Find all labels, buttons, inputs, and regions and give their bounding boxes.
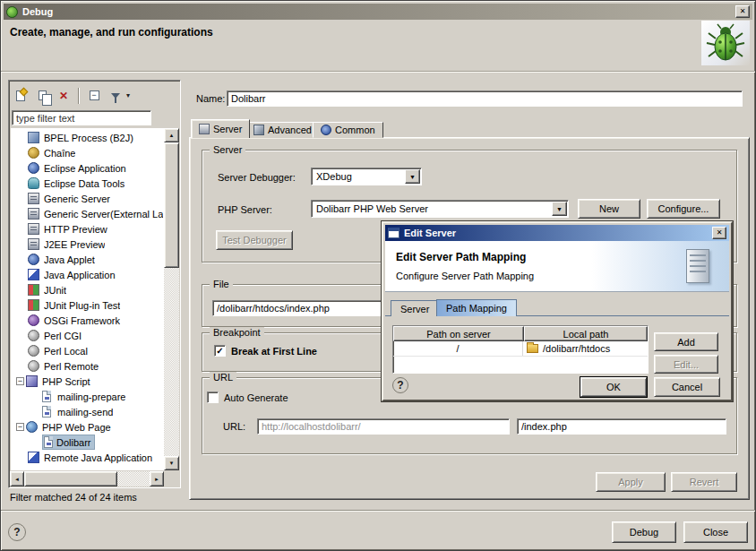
tree-item-php-script[interactable]: −PHP Script: [11, 374, 165, 389]
advanced-tab-icon: [253, 125, 264, 135]
debug-configurations-window: Debug ✕ Create, manage, and run configur…: [0, 0, 756, 551]
column-path-on-server[interactable]: Path on server: [393, 326, 524, 341]
tree-item-dolibarr[interactable]: Dolibarr: [11, 435, 165, 450]
delete-configuration-button[interactable]: ✕: [55, 87, 73, 105]
new-configuration-button[interactable]: [12, 87, 30, 105]
configurations-sidebar: ✕ − ▾ BPEL Process (B2J) Chaîne Eclipse …: [8, 80, 181, 488]
dialog-tab-server[interactable]: Server: [391, 300, 439, 316]
test-debugger-button[interactable]: Test Debugger: [216, 230, 293, 250]
edit-server-close-button[interactable]: ✕: [712, 227, 726, 239]
folder-icon: [527, 344, 538, 353]
tree-item-generic-server-external[interactable]: Generic Server(External La: [11, 206, 165, 221]
tree-item-eclipse-application[interactable]: Eclipse Application: [11, 160, 165, 176]
debug-button[interactable]: Debug: [612, 521, 676, 543]
edit-server-window-icon: [388, 228, 399, 238]
expander-icon[interactable]: −: [16, 377, 24, 385]
delete-icon: ✕: [59, 90, 68, 101]
column-local-path[interactable]: Local path: [524, 326, 648, 341]
edit-server-header-subtitle: Configure Server Path Mapping: [396, 271, 534, 281]
debug-window-icon: [6, 6, 18, 18]
tree-item-junit[interactable]: JUnit: [11, 282, 165, 297]
path-mapping-table: Path on server Local path / /dolibarr/ht…: [392, 325, 649, 374]
scroll-left-icon[interactable]: ◄: [10, 471, 24, 486]
tree-item-bpel-process[interactable]: BPEL Process (B2J): [11, 130, 165, 145]
window-close-button[interactable]: ✕: [735, 5, 750, 18]
toolbar-separator: [78, 88, 80, 104]
tree-item-osgi-framework[interactable]: OSGi Framework: [11, 313, 165, 328]
tree-item-generic-server[interactable]: Generic Server: [11, 191, 165, 206]
apply-button[interactable]: Apply: [596, 472, 666, 492]
scroll-right-icon[interactable]: ►: [150, 471, 164, 486]
edit-server-title: Edit Server: [404, 228, 712, 238]
name-input[interactable]: [227, 90, 743, 107]
tree-item-java-applet[interactable]: Java Applet: [11, 252, 165, 267]
ok-button[interactable]: OK: [580, 377, 647, 397]
server-debugger-select[interactable]: XDebug ▼: [311, 168, 422, 185]
add-mapping-button[interactable]: Add: [654, 332, 718, 351]
tree-item-perl-remote[interactable]: Perl Remote: [11, 358, 165, 374]
chain-icon: [28, 147, 39, 159]
close-button[interactable]: Close: [683, 521, 748, 543]
expander-icon[interactable]: −: [16, 423, 24, 431]
horizontal-scroll-thumb[interactable]: [24, 471, 117, 486]
collapse-all-icon: −: [90, 90, 99, 100]
java-application-icon: [28, 269, 39, 280]
dialog-tab-path-mapping[interactable]: Path Mapping: [436, 299, 517, 316]
tree-horizontal-scrollbar[interactable]: ◄ ►: [10, 471, 164, 486]
help-button[interactable]: ?: [8, 523, 26, 541]
tree-item-perl-cgi[interactable]: Perl CGI: [11, 328, 165, 343]
duplicate-configuration-button[interactable]: [33, 87, 51, 105]
tree-item-java-application[interactable]: Java Application: [11, 267, 165, 282]
window-titlebar: Debug ✕: [4, 4, 752, 20]
new-server-button[interactable]: New: [578, 199, 640, 219]
tree-item-php-web-page[interactable]: −PHP Web Page: [11, 419, 165, 435]
server-tab-icon: [199, 124, 210, 134]
tree-item-eclipse-data-tools[interactable]: Eclipse Data Tools: [11, 176, 165, 191]
perl-remote-icon: [28, 360, 39, 372]
collapse-all-button[interactable]: −: [85, 87, 103, 105]
scroll-up-icon[interactable]: ▲: [164, 128, 179, 142]
revert-button[interactable]: Revert: [671, 472, 737, 492]
tree-item-junit-plugin-test[interactable]: JUnit Plug-in Test: [11, 297, 165, 313]
footer-separator: [1, 510, 755, 512]
filter-button[interactable]: [107, 87, 125, 105]
tab-advanced[interactable]: Advanced: [245, 122, 320, 138]
tree-vertical-scrollbar[interactable]: ▲ ▼: [164, 128, 179, 470]
chevron-down-icon[interactable]: ▼: [552, 202, 567, 216]
url-base-input[interactable]: [257, 418, 510, 435]
chevron-down-icon[interactable]: ▼: [405, 169, 420, 184]
dialog-help-button[interactable]: ?: [392, 377, 408, 393]
tree-item-mailing-send[interactable]: mailing-send: [11, 404, 165, 419]
edit-server-header: Edit Server Path Mapping Configure Serve…: [385, 241, 729, 292]
php-server-select[interactable]: Dolibarr PHP Web Server ▼: [311, 200, 569, 218]
tree-item-j2ee-preview[interactable]: J2EE Preview: [11, 237, 165, 252]
generic-server-external-icon: [28, 208, 39, 220]
selected-row-highlight: Dolibarr: [42, 435, 95, 450]
cancel-button[interactable]: Cancel: [654, 377, 720, 397]
tree-item-perl-local[interactable]: Perl Local: [11, 343, 165, 358]
tab-common[interactable]: Common: [313, 122, 383, 138]
php-file-icon: [42, 406, 51, 418]
new-configuration-icon: [16, 90, 25, 101]
auto-generate-checkbox[interactable]: [207, 392, 219, 403]
header-separator: [1, 71, 755, 73]
filter-input[interactable]: [12, 110, 151, 125]
url-path-input[interactable]: [517, 418, 726, 435]
scroll-down-icon[interactable]: ▼: [164, 456, 179, 470]
tree-item-mailing-prepare[interactable]: mailing-prepare: [11, 389, 165, 404]
tab-server[interactable]: Server: [191, 119, 250, 138]
table-row[interactable]: / /dolibarr/htdocs: [393, 341, 648, 357]
breakpoint-group-title: Breakpoint: [210, 327, 264, 338]
configure-server-button[interactable]: Configure...: [647, 199, 720, 219]
common-tab-icon: [321, 125, 331, 135]
tree-item-remote-java-application[interactable]: Remote Java Application: [11, 450, 165, 465]
scrollbar-corner: [164, 471, 179, 486]
vertical-scroll-thumb[interactable]: [164, 142, 179, 268]
edit-mapping-button[interactable]: Edit...: [654, 355, 718, 374]
filter-menu-arrow-icon[interactable]: ▾: [126, 91, 130, 99]
tree-item-chaine[interactable]: Chaîne: [11, 145, 165, 160]
break-first-line-checkbox[interactable]: ✓: [214, 345, 226, 357]
php-server-label: PHP Server:: [218, 204, 272, 215]
tree-item-http-preview[interactable]: HTTP Preview: [11, 221, 165, 237]
bug-image-box: [701, 21, 750, 65]
